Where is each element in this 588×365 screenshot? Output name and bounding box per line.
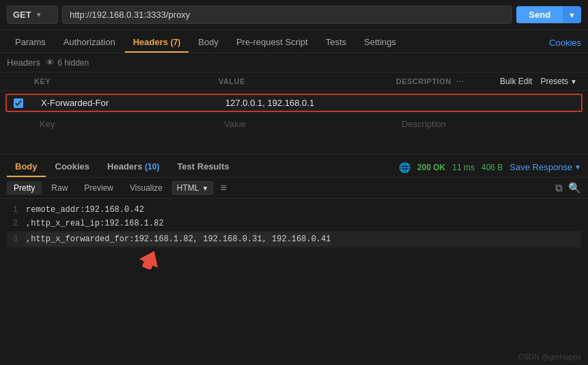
headers-subbar: Headers 👁 6 hidden	[0, 53, 588, 72]
header-value-cell[interactable]: 127.0.0.1, 192.168.0.1	[225, 98, 403, 108]
send-button[interactable]: Send	[516, 6, 563, 23]
line-num-2: 2	[7, 217, 18, 230]
tab-body[interactable]: Body	[190, 33, 227, 53]
request-tab-bar: Params Authorization Headers (7) Body Pr…	[0, 30, 588, 53]
format-chevron-icon: ▼	[202, 185, 209, 192]
fmt-tab-visualize[interactable]: Visualize	[123, 181, 169, 195]
response-headers-badge: (10)	[145, 162, 159, 172]
status-time: 11 ms	[452, 163, 475, 172]
response-tab-headers[interactable]: Headers (10)	[99, 157, 167, 177]
line-content-2: ,http_x_real_ip:192.168.1.82	[26, 217, 164, 230]
value-placeholder[interactable]: Value	[224, 119, 402, 129]
send-button-group: Send ▼	[516, 6, 581, 23]
red-arrow-icon	[133, 250, 167, 269]
save-response-chevron-icon: ▼	[574, 163, 581, 171]
response-section: Body Cookies Headers (10) Test Results 🌐…	[0, 154, 588, 275]
line-content-1: remote_addr:192.168.0.42	[26, 203, 144, 217]
search-icon[interactable]: 🔍	[568, 182, 581, 194]
status-ok: 200 OK	[417, 163, 445, 172]
tab-headers[interactable]: Headers (7)	[125, 33, 189, 53]
save-response-button[interactable]: Save Response ▼	[509, 162, 581, 172]
send-dropdown-button[interactable]: ▼	[563, 6, 581, 23]
arrow-annotation	[7, 250, 581, 271]
globe-icon: 🌐	[399, 162, 410, 173]
format-select[interactable]: HTML ▼	[172, 181, 214, 195]
fmt-tab-pretty[interactable]: Pretty	[7, 181, 42, 195]
table-row: X-Forwarded-For 127.0.0.1, 192.168.0.1	[5, 94, 583, 112]
url-bar: GET ▼ Send ▼	[0, 0, 588, 30]
header-key-cell[interactable]: X-Forwarded-For	[41, 98, 225, 108]
fmt-tab-raw[interactable]: Raw	[44, 181, 74, 195]
response-status-bar: 🌐 200 OK 11 ms 406 B Save Response ▼	[399, 162, 581, 173]
table-empty-row: Key Value Description	[5, 115, 583, 133]
response-action-icons: ⧉ 🔍	[555, 182, 581, 194]
response-code-area: 1 remote_addr:192.168.0.42 2 ,http_x_rea…	[0, 199, 588, 275]
hidden-count: 6 hidden	[57, 58, 89, 68]
headers-badge: (7)	[171, 38, 181, 47]
method-chevron-icon: ▼	[36, 11, 42, 18]
hidden-headers-badge[interactable]: 👁 6 hidden	[46, 57, 89, 68]
col-description: DESCRIPTION ···	[396, 77, 496, 85]
table-column-headers: KEY VALUE DESCRIPTION ··· Bulk Edit Pres…	[0, 72, 588, 91]
presets-chevron-icon: ▼	[570, 78, 577, 85]
response-tab-bar: Body Cookies Headers (10) Test Results 🌐…	[0, 154, 588, 178]
desc-placeholder[interactable]: Description	[402, 119, 576, 129]
copy-icon[interactable]: ⧉	[555, 182, 563, 194]
key-placeholder[interactable]: Key	[40, 119, 224, 129]
url-input[interactable]	[62, 5, 512, 24]
code-line-3: 3 ,http_x_forwarded_for:192.168.1.82, 19…	[7, 231, 581, 247]
fmt-tab-preview[interactable]: Preview	[77, 181, 120, 195]
row-checkbox[interactable]	[14, 98, 23, 108]
code-line-2: 2 ,http_x_real_ip:192.168.1.82	[7, 217, 581, 230]
line-num-3: 3	[7, 232, 18, 246]
headers-label: Headers	[7, 57, 40, 68]
tab-settings[interactable]: Settings	[356, 33, 404, 53]
tab-pre-request[interactable]: Pre-request Script	[228, 33, 316, 53]
tab-params[interactable]: Params	[7, 33, 54, 53]
filter-lines-icon[interactable]: ≡	[220, 182, 226, 194]
tab-tests[interactable]: Tests	[318, 33, 354, 53]
eye-icon: 👁	[46, 57, 55, 68]
line-content-3: ,http_x_forwarded_for:192.168.1.82, 192.…	[26, 232, 331, 246]
presets-button[interactable]: Presets ▼	[536, 75, 581, 87]
code-line-1: 1 remote_addr:192.168.0.42	[7, 203, 581, 217]
status-size: 406 B	[481, 163, 503, 172]
response-tab-body[interactable]: Body	[7, 157, 46, 177]
line-num-1: 1	[7, 203, 18, 217]
bulk-edit-button[interactable]: Bulk Edit	[496, 75, 536, 87]
svg-marker-0	[137, 250, 163, 269]
more-options-icon: ···	[456, 77, 464, 85]
tab-authorization[interactable]: Authorization	[55, 33, 124, 53]
response-tab-test-results[interactable]: Test Results	[169, 157, 237, 177]
col-value: VALUE	[219, 77, 396, 85]
format-bar: Pretty Raw Preview Visualize HTML ▼ ≡ ⧉ …	[0, 178, 588, 199]
watermark: CSDN @gmHappy	[518, 353, 581, 361]
cookies-link[interactable]: Cookies	[549, 38, 581, 48]
method-label: GET	[13, 10, 31, 20]
response-tab-cookies[interactable]: Cookies	[47, 157, 98, 177]
method-select[interactable]: GET ▼	[7, 5, 58, 24]
col-key: KEY	[34, 77, 219, 85]
